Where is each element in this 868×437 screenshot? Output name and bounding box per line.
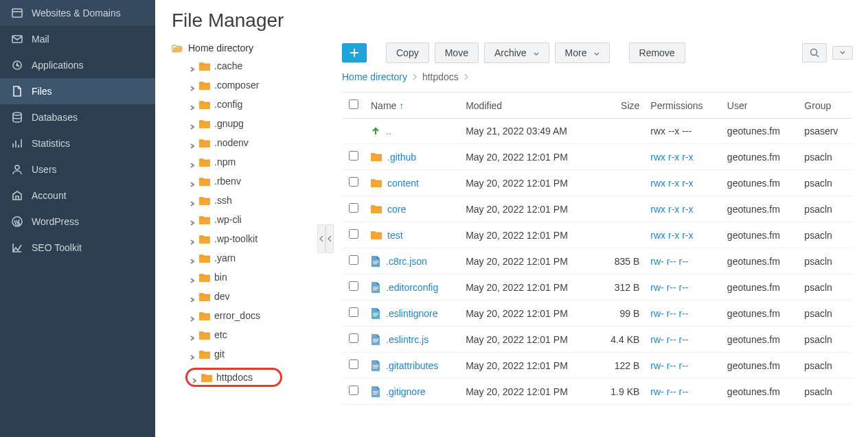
tree-node[interactable]: git: [190, 344, 323, 364]
table-row[interactable]: .gitignoreMay 20, 2022 12:01 PM1.9 KBrw-…: [342, 379, 853, 405]
add-button[interactable]: [342, 43, 367, 62]
row-checkbox[interactable]: [349, 255, 358, 265]
col-size[interactable]: Size: [597, 93, 645, 119]
permissions-link[interactable]: rwx r-x r-x: [650, 230, 693, 241]
row-checkbox[interactable]: [349, 307, 358, 317]
permissions-link[interactable]: rw- r-- r--: [650, 282, 688, 293]
tree-node-label: dev: [214, 291, 230, 302]
row-checkbox[interactable]: [349, 359, 358, 369]
row-checkbox[interactable]: [349, 333, 358, 343]
table-row[interactable]: .c8rc.jsonMay 20, 2022 12:01 PM835 Brw- …: [342, 248, 853, 274]
tree-node[interactable]: .config: [190, 95, 323, 114]
table-row[interactable]: coreMay 20, 2022 12:01 PMrwx r-x r-xgeot…: [342, 196, 853, 222]
sidebar-item-files[interactable]: Files: [0, 78, 155, 104]
row-checkbox[interactable]: [349, 229, 358, 239]
tree-node[interactable]: error_docs: [190, 306, 323, 325]
row-checkbox[interactable]: [349, 203, 358, 213]
row-checkbox[interactable]: [349, 151, 358, 161]
col-permissions[interactable]: Permissions: [645, 93, 722, 119]
col-name[interactable]: Name↑: [365, 93, 460, 119]
file-name-link[interactable]: .c8rc.json: [386, 256, 427, 267]
tree-node[interactable]: .gnupg: [190, 114, 323, 133]
col-user[interactable]: User: [722, 93, 799, 119]
permissions-link[interactable]: rw- r-- r--: [650, 386, 688, 397]
up-link[interactable]: ..: [386, 126, 391, 137]
sidebar-item-mail[interactable]: Mail: [0, 26, 155, 52]
tree-node[interactable]: .npm: [190, 152, 323, 172]
tree-node[interactable]: .ssh: [190, 191, 323, 210]
breadcrumb-home[interactable]: Home directory: [342, 71, 407, 82]
tree-node[interactable]: .wp-toolkit: [190, 229, 323, 248]
sidebar-item-statistics[interactable]: Statistics: [0, 130, 155, 156]
tree-node[interactable]: dev: [190, 287, 323, 306]
permissions-link[interactable]: rw- r-- r--: [650, 334, 688, 345]
table-row[interactable]: contentMay 20, 2022 12:01 PMrwx r-x r-xg…: [342, 170, 853, 196]
row-checkbox[interactable]: [349, 177, 358, 187]
toolbar: Copy Move Archive More Remove: [342, 40, 853, 70]
permissions-link[interactable]: rwx r-x r-x: [650, 152, 693, 163]
file-name-link[interactable]: .eslintignore: [386, 308, 438, 319]
file-name-link[interactable]: .gitignore: [386, 386, 426, 397]
table-row[interactable]: .eslintrc.jsMay 20, 2022 12:01 PM4.4 KBr…: [342, 327, 853, 353]
permissions-link[interactable]: rw- r-- r--: [650, 360, 688, 371]
table-row[interactable]: .eslintignoreMay 20, 2022 12:01 PM99 Brw…: [342, 300, 853, 327]
file-name-link[interactable]: content: [387, 178, 419, 189]
move-button[interactable]: Move: [435, 43, 479, 63]
table-row[interactable]: testMay 20, 2022 12:01 PMrwx r-x r-xgeot…: [342, 222, 853, 248]
select-all-checkbox[interactable]: [349, 99, 358, 109]
file-name-link[interactable]: test: [387, 230, 403, 241]
tree-node[interactable]: .composer: [190, 75, 323, 95]
tree-root[interactable]: Home directory: [172, 40, 323, 56]
file-name-link[interactable]: .github: [387, 152, 416, 163]
permissions-link[interactable]: rwx r-x r-x: [650, 204, 693, 215]
sidebar-item-seo[interactable]: SEO Toolkit: [0, 235, 155, 261]
settings-dropdown-button[interactable]: [832, 46, 853, 60]
tree-node[interactable]: .wp-cli: [190, 210, 323, 229]
remove-button[interactable]: Remove: [629, 43, 685, 63]
file-name-link[interactable]: .eslintrc.js: [386, 334, 429, 345]
sidebar-item-label: Applications: [32, 60, 84, 71]
tree-splitter[interactable]: [317, 40, 326, 437]
cell-size: [597, 222, 645, 248]
file-name-link[interactable]: .gitattributes: [386, 360, 438, 371]
table-row[interactable]: .editorconfigMay 20, 2022 12:01 PM312 Br…: [342, 274, 853, 300]
col-modified[interactable]: Modified: [460, 93, 597, 119]
tree-node[interactable]: bin: [190, 268, 323, 287]
tree-node[interactable]: .nodenv: [190, 133, 323, 152]
table-row-up[interactable]: ..May 21, 2022 03:49 AMrwx --x ---geotun…: [342, 119, 853, 144]
sidebar-item-wordpress[interactable]: WordPress: [0, 209, 155, 235]
permissions-link[interactable]: rw- r-- r--: [650, 308, 688, 319]
col-group[interactable]: Group: [799, 93, 853, 119]
sidebar-item-account[interactable]: Account: [0, 182, 155, 209]
tree-node[interactable]: .yarn: [190, 248, 323, 268]
sidebar-item-applications[interactable]: Applications: [0, 52, 155, 78]
tree-node[interactable]: .rbenv: [190, 172, 323, 191]
sidebar-item-databases[interactable]: Databases: [0, 104, 155, 130]
tree-node[interactable]: .cache: [190, 56, 323, 75]
search-button[interactable]: [802, 43, 827, 62]
sidebar-item-users[interactable]: Users: [0, 156, 155, 182]
permissions-link[interactable]: rw- r-- r--: [650, 256, 688, 267]
sidebar-item-label: Files: [32, 86, 52, 97]
row-checkbox[interactable]: [349, 386, 358, 395]
chevron-right-icon: [190, 255, 195, 261]
chevron-right-icon: [190, 294, 195, 299]
cell-size: 99 B: [597, 300, 645, 327]
tree-node[interactable]: etc: [190, 325, 323, 344]
table-row[interactable]: .gitattributesMay 20, 2022 12:01 PM122 B…: [342, 353, 853, 379]
cell-user: geotunes.fm: [722, 144, 799, 170]
content-splitter[interactable]: [326, 40, 334, 437]
copy-button[interactable]: Copy: [386, 43, 429, 63]
sidebar-item-websites[interactable]: Websites & Domains: [0, 0, 155, 26]
file-name-link[interactable]: .editorconfig: [386, 282, 438, 293]
chevron-right-icon: [190, 140, 195, 145]
permissions-link[interactable]: rwx r-x r-x: [650, 178, 693, 189]
file-name-link[interactable]: core: [387, 204, 406, 215]
more-button[interactable]: More: [555, 43, 610, 63]
archive-button[interactable]: Archive: [484, 43, 549, 63]
tree-node[interactable]: httpdocs: [190, 364, 323, 391]
cell-modified: May 20, 2022 12:01 PM: [460, 196, 597, 222]
row-checkbox[interactable]: [349, 281, 358, 291]
table-row[interactable]: .githubMay 20, 2022 12:01 PMrwx r-x r-xg…: [342, 144, 853, 170]
svg-rect-10: [373, 263, 377, 264]
